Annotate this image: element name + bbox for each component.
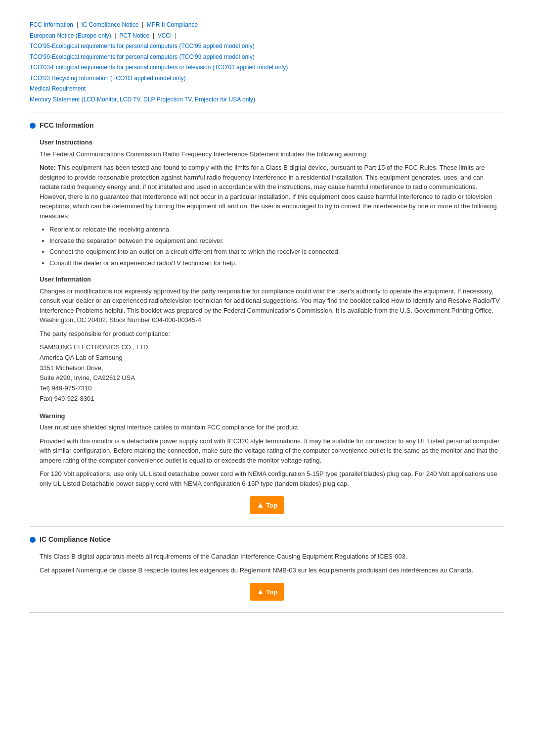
fcc-header: FCC Information <box>30 120 504 131</box>
nav-vcci[interactable]: VCCI <box>158 32 172 39</box>
user-information-title: User Information <box>40 275 504 284</box>
nav-pct[interactable]: PCT Notice <box>119 32 149 39</box>
user-instructions-block: User Instructions The Federal Communicat… <box>40 138 504 268</box>
address-line-1: SAMSUNG ELECTRONICS CO., LTD <box>40 342 504 353</box>
address-line-4: Suite #290, Irvine, CA92612 USA <box>40 373 504 383</box>
warning-para3: For 120 Volt applications, use only UL L… <box>40 469 504 488</box>
user-information-para2: The party responsible for product compli… <box>40 329 504 339</box>
nav-tco03-recycling[interactable]: TCO'03 Recycling Information (TCO'03 app… <box>30 75 185 82</box>
fcc-bullet <box>30 123 36 129</box>
ic-para2: Cet appareil Numérique de classe B respe… <box>40 566 504 575</box>
address-block: SAMSUNG ELECTRONICS CO., LTD America QA … <box>40 342 504 404</box>
ic-bullet <box>30 537 36 543</box>
nav-tco03[interactable]: TCO'03-Ecological requirements for perso… <box>30 64 288 71</box>
bullet-3: Connect the equipment into an outlet on … <box>49 247 504 257</box>
note-label: Note: <box>40 164 56 171</box>
warning-para1: User must use shielded signal interface … <box>40 423 504 432</box>
nav-tco99[interactable]: TCO'99-Ecological requirements for perso… <box>30 53 255 60</box>
nav-line-1: FCC Information | IC Compliance Notice |… <box>30 20 504 104</box>
nav-tco95[interactable]: TCO'95-Ecological requirements for perso… <box>30 43 255 49</box>
nav-ic-compliance[interactable]: IC Compliance Notice <box>81 21 138 28</box>
warning-title: Warning <box>40 411 504 421</box>
ic-title: IC Compliance Notice <box>40 534 111 545</box>
ic-para1: This Class B digital apparatus meets all… <box>40 552 504 562</box>
nav-mpr[interactable]: MPR II Compliance <box>147 21 198 28</box>
note-rest: This equipment has been tested and found… <box>40 164 497 220</box>
fcc-top-button[interactable]: ▲ Top <box>250 496 284 514</box>
bullet-4: Consult the dealer or an experienced rad… <box>49 258 504 268</box>
ic-top-button-container: ▲ Top <box>30 583 504 601</box>
ic-content: This Class B digital apparatus meets all… <box>40 552 504 575</box>
mid-divider <box>30 526 504 526</box>
bullet-list: Reorient or relocate the receiving anten… <box>49 225 504 268</box>
user-information-para1: Changes or modifications not expressly a… <box>40 286 504 325</box>
nav-european[interactable]: European Notice (Europe only) <box>30 32 111 39</box>
user-instructions-title: User Instructions <box>40 138 504 147</box>
ic-section: IC Compliance Notice This Class B digita… <box>30 534 504 601</box>
user-instructions-para2: Note: This equipment has been tested and… <box>40 163 504 221</box>
ic-header: IC Compliance Notice <box>30 534 504 545</box>
bullet-2: Increase the separation between the equi… <box>49 236 504 246</box>
top-arrow-icon-2: ▲ <box>257 587 265 596</box>
ic-top-button[interactable]: ▲ Top <box>250 583 284 601</box>
address-line-3: 3351 Michelson Drive, <box>40 363 504 374</box>
fcc-title: FCC Information <box>40 120 94 131</box>
warning-block: Warning User must use shielded signal in… <box>40 411 504 489</box>
top-arrow-icon: ▲ <box>257 501 265 509</box>
top-divider <box>30 112 504 112</box>
nav-mercury[interactable]: Mercury Statement (LCD Monitor, LCD TV, … <box>30 96 255 103</box>
warning-para2: Provided with this monitor is a detachab… <box>40 436 504 466</box>
nav-container: FCC Information | IC Compliance Notice |… <box>30 20 504 104</box>
bullet-1: Reorient or relocate the receiving anten… <box>49 225 504 235</box>
user-information-block: User Information Changes or modification… <box>40 275 504 404</box>
address-line-5: Tel) 949-975-7310 <box>40 383 504 394</box>
nav-medical[interactable]: Medical Requirement <box>30 85 86 92</box>
bottom-divider <box>30 613 504 613</box>
nav-fcc-info[interactable]: FCC Information <box>30 21 73 28</box>
fcc-top-button-container: ▲ Top <box>30 496 504 514</box>
fcc-section: FCC Information User Instructions The Fe… <box>30 120 504 514</box>
address-line-2: America QA Lab of Samsung <box>40 353 504 363</box>
address-line-6: Fax) 949-922-8301 <box>40 394 504 404</box>
user-instructions-para1: The Federal Communications Commission Ra… <box>40 149 504 159</box>
